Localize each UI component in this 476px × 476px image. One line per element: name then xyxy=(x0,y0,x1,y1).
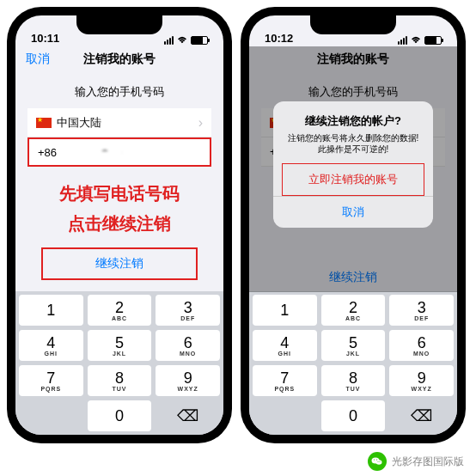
numeric-keypad: 12ABC3DEF4GHI5JKL6MNO7PQRS8TUV9WXYZ0⌫ xyxy=(15,291,223,435)
nav-cancel-button[interactable]: 取消 xyxy=(26,52,50,67)
alert-title: 继续注销您的帐户? xyxy=(284,113,423,129)
svg-point-2 xyxy=(374,459,375,460)
keypad-3[interactable]: 3DEF xyxy=(156,295,220,326)
keypad-8[interactable]: 8TUV xyxy=(88,365,152,396)
keypad-2[interactable]: 2ABC xyxy=(321,295,386,326)
svg-point-1 xyxy=(376,460,382,465)
prompt-text: 输入您的手机号码 xyxy=(15,72,223,108)
svg-point-4 xyxy=(378,461,379,462)
country-label: 中国大陆 xyxy=(57,115,101,131)
screen-right: 10:12 注销我的账号 输入您的手机号码 +86 继续注销 xyxy=(249,15,457,435)
keypad-7[interactable]: 7PQRS xyxy=(19,365,83,396)
screen-left: 10:11 取消 注销我的账号 输入您的手机号码 中国大陆 › xyxy=(15,15,223,435)
svg-point-5 xyxy=(380,461,381,462)
alert-message-line2: 此操作是不可逆的! xyxy=(284,143,423,155)
keypad-6[interactable]: 6MNO xyxy=(389,330,454,361)
chevron-right-icon: › xyxy=(198,115,203,131)
wechat-channel-name: 光影存图国际版 xyxy=(392,455,464,469)
status-time: 10:12 xyxy=(265,32,293,45)
nav-title: 注销我的账号 xyxy=(83,52,156,67)
keypad-9[interactable]: 9WXYZ xyxy=(156,365,220,396)
keypad-2[interactable]: 2ABC xyxy=(88,295,152,326)
phone-prefix: +86 xyxy=(38,146,57,159)
phone-right: 10:12 注销我的账号 输入您的手机号码 +86 继续注销 xyxy=(241,7,466,443)
keypad-8[interactable]: 8TUV xyxy=(321,365,386,396)
wifi-icon xyxy=(410,36,422,45)
alert-destructive-button[interactable]: 立即注销我的账号 xyxy=(282,163,424,196)
phone-number-blurred[interactable] xyxy=(62,144,148,160)
keypad-5[interactable]: 5JKL xyxy=(88,330,152,361)
keypad-4[interactable]: 4GHI xyxy=(19,330,83,361)
annotation-step2: 点击继续注销 xyxy=(15,212,223,235)
nav-bar: 取消 注销我的账号 xyxy=(15,46,223,72)
continue-button[interactable]: 继续注销 xyxy=(41,247,198,280)
annotation-step1: 先填写电话号码 xyxy=(15,182,223,205)
battery-icon xyxy=(424,36,442,45)
signal-icon xyxy=(398,36,407,45)
keypad-1[interactable]: 1 xyxy=(253,295,317,326)
wechat-attribution: 光影存图国际版 xyxy=(368,452,464,471)
signal-icon xyxy=(164,36,174,45)
keypad-3[interactable]: 3DEF xyxy=(389,295,454,326)
wifi-icon xyxy=(176,36,188,45)
keypad-4[interactable]: 4GHI xyxy=(253,330,317,361)
keypad-delete[interactable]: ⌫ xyxy=(389,400,454,431)
keypad-5[interactable]: 5JKL xyxy=(321,330,386,361)
status-indicators xyxy=(164,36,208,45)
phone-input-row[interactable]: +86 xyxy=(27,137,211,167)
keypad-0[interactable]: 0 xyxy=(321,400,386,431)
keypad-6[interactable]: 6MNO xyxy=(156,330,220,361)
alert-message-line1: 注销您的账号将永久删除您的数据! xyxy=(284,132,423,143)
flag-icon xyxy=(36,118,52,128)
status-time: 10:11 xyxy=(31,32,59,45)
notch xyxy=(76,15,162,34)
alert-dialog: 继续注销您的帐户? 注销您的账号将永久删除您的数据! 此操作是不可逆的! 立即注… xyxy=(273,101,433,228)
status-indicators xyxy=(398,36,442,45)
keypad-delete[interactable]: ⌫ xyxy=(156,400,220,431)
numeric-keypad: 12ABC3DEF4GHI5JKL6MNO7PQRS8TUV9WXYZ0⌫ xyxy=(249,291,457,435)
svg-point-3 xyxy=(376,459,377,460)
keypad-9[interactable]: 9WXYZ xyxy=(389,365,454,396)
notch xyxy=(310,15,396,34)
wechat-icon xyxy=(368,452,387,471)
alert-cancel-button[interactable]: 取消 xyxy=(273,196,433,228)
keypad-7[interactable]: 7PQRS xyxy=(253,365,317,396)
battery-icon xyxy=(191,36,208,45)
keypad-0[interactable]: 0 xyxy=(88,400,152,431)
keypad-1[interactable]: 1 xyxy=(19,295,83,326)
phone-left: 10:11 取消 注销我的账号 输入您的手机号码 中国大陆 › xyxy=(7,7,232,443)
country-row[interactable]: 中国大陆 › xyxy=(27,108,211,137)
